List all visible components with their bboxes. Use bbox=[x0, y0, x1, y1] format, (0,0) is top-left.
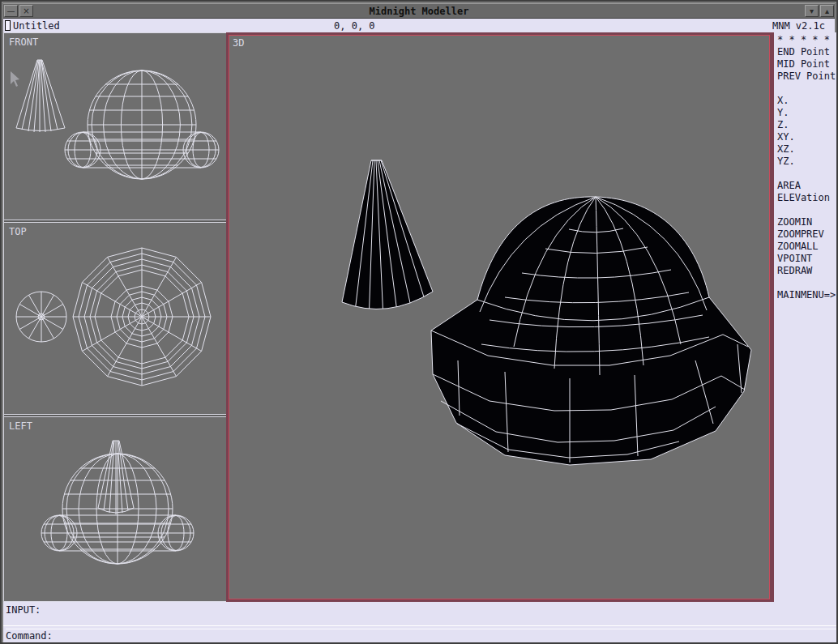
menu-item-xy[interactable]: XY. bbox=[774, 131, 837, 143]
info-strip: Untitled 0, 0, 0 MNM v2.1c bbox=[3, 19, 835, 32]
text-cursor bbox=[5, 20, 11, 31]
hat-3d bbox=[431, 197, 751, 465]
menu-item-zoomall[interactable]: ZOOMALL bbox=[774, 241, 837, 253]
menu-item-vpoint[interactable]: VPOINT bbox=[774, 253, 837, 265]
viewport-top-canvas[interactable] bbox=[4, 223, 226, 414]
window-resize-button[interactable]: × bbox=[19, 5, 33, 17]
window-title: Midnight Modeller bbox=[34, 6, 804, 17]
menu-item-y[interactable]: Y. bbox=[774, 107, 837, 119]
titlebar[interactable]: — × Midnight Modeller ▾ ▴ bbox=[3, 3, 835, 19]
window-resize-icon: × bbox=[23, 6, 29, 15]
viewport-front-label: FRONT bbox=[9, 36, 38, 48]
viewport-front[interactable]: FRONT bbox=[4, 33, 226, 220]
app-version: MNM v2.1c bbox=[772, 19, 825, 32]
window-raise-icon: ▴ bbox=[825, 6, 829, 15]
document-name: Untitled bbox=[13, 19, 60, 32]
menu-item-x[interactable]: X. bbox=[774, 95, 837, 107]
command-menu: * * * * * * END Point MID Point PREV Poi… bbox=[772, 32, 838, 602]
viewport-front-canvas[interactable] bbox=[4, 33, 226, 220]
menu-item-zoomprev[interactable]: ZOOMPREV bbox=[774, 228, 837, 241]
top-cone-wireframe bbox=[16, 292, 66, 342]
window-menu-button[interactable]: — bbox=[4, 5, 18, 17]
left-cone-wireframe bbox=[98, 441, 134, 514]
menu-item-end-point[interactable]: END Point bbox=[774, 46, 837, 58]
viewport-top[interactable]: TOP bbox=[4, 223, 226, 414]
front-cone-wireframe bbox=[16, 60, 65, 132]
menu-item-zoomin[interactable]: ZOOMIN bbox=[774, 216, 837, 228]
menu-item-redraw[interactable]: REDRAW bbox=[774, 265, 837, 277]
menu-spacer bbox=[774, 83, 837, 95]
window-lower-icon: ▾ bbox=[810, 6, 814, 15]
menu-spacer bbox=[774, 168, 837, 180]
window-menu-icon: — bbox=[7, 6, 15, 15]
console-separator bbox=[3, 625, 838, 626]
menu-item-prev-point[interactable]: PREV Point bbox=[774, 70, 837, 83]
ortho-viewport-panel: FRONT bbox=[3, 32, 226, 602]
menu-item-elevation[interactable]: ELEVation bbox=[774, 192, 837, 204]
cone-3d bbox=[342, 160, 433, 309]
top-hat-wireframe bbox=[73, 248, 211, 386]
menu-item-stars[interactable]: * * * * * * bbox=[774, 34, 837, 46]
viewport-top-label: TOP bbox=[9, 226, 27, 237]
window-lower-button[interactable]: ▾ bbox=[805, 5, 819, 17]
left-sphere-torus-wireframe bbox=[41, 454, 194, 564]
viewport-3d-canvas[interactable] bbox=[229, 35, 770, 599]
input-label: INPUT: bbox=[6, 604, 41, 616]
menu-item-area[interactable]: AREA bbox=[774, 180, 837, 192]
viewport-left[interactable]: LEFT bbox=[4, 417, 226, 603]
command-label: Command: bbox=[6, 630, 53, 642]
input-line[interactable]: INPUT: bbox=[6, 604, 41, 616]
menu-spacer bbox=[774, 277, 837, 289]
app-window: — × Midnight Modeller ▾ ▴ Untitled 0, 0,… bbox=[0, 0, 838, 644]
viewport-3d[interactable]: 3D bbox=[226, 32, 772, 602]
menu-item-mainmenu[interactable]: MAINMENU=> bbox=[774, 289, 837, 301]
menu-item-z[interactable]: Z. bbox=[774, 119, 837, 131]
mouse-cursor-icon bbox=[11, 71, 19, 87]
viewport-left-canvas[interactable] bbox=[4, 417, 226, 603]
menu-spacer bbox=[774, 204, 837, 216]
menu-item-xz[interactable]: XZ. bbox=[774, 143, 837, 156]
viewport-left-label: LEFT bbox=[9, 420, 32, 432]
coordinate-readout: 0, 0, 0 bbox=[334, 19, 375, 32]
window-raise-button[interactable]: ▴ bbox=[820, 5, 834, 17]
menu-item-mid-point[interactable]: MID Point bbox=[774, 58, 837, 70]
command-line[interactable]: Command: bbox=[6, 629, 836, 642]
console-area: INPUT: Command: bbox=[3, 602, 838, 644]
front-sphere-torus-wireframe bbox=[65, 70, 219, 179]
viewport-3d-label: 3D bbox=[233, 37, 244, 49]
menu-item-yz[interactable]: YZ. bbox=[774, 156, 837, 168]
